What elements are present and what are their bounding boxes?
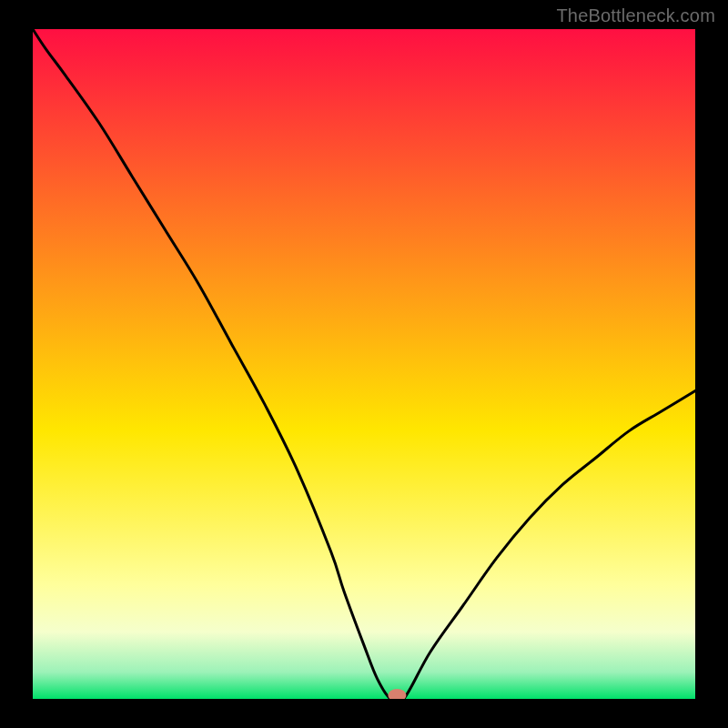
gradient-backdrop bbox=[33, 29, 695, 699]
chart-frame: TheBottleneck.com bbox=[0, 0, 728, 728]
plot-area bbox=[33, 29, 695, 699]
chart-svg bbox=[33, 29, 695, 699]
watermark-label: TheBottleneck.com bbox=[556, 5, 715, 26]
